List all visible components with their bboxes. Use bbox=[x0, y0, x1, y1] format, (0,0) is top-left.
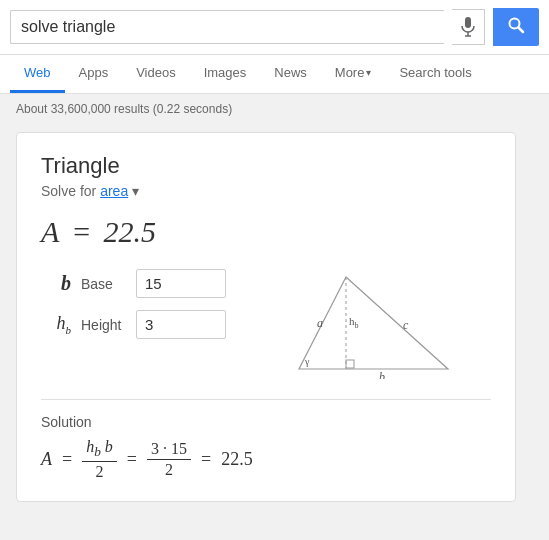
height-symbol: hb bbox=[41, 313, 71, 336]
sol-fraction1: hb b 2 bbox=[82, 438, 117, 481]
inputs-section: b Base hb Height bbox=[41, 269, 491, 379]
sol-var-a: A bbox=[41, 449, 52, 470]
svg-rect-7 bbox=[346, 360, 354, 368]
triangle-svg: a hb c b γ bbox=[291, 269, 456, 379]
tab-web[interactable]: Web bbox=[10, 55, 65, 93]
base-label: Base bbox=[81, 276, 126, 292]
solution-formula: A = hb b 2 = 3 · 15 2 = 22.5 bbox=[41, 438, 491, 481]
sol-hb: hb b bbox=[86, 438, 113, 455]
result-equation: A = 22.5 bbox=[41, 215, 491, 249]
result-value: 22.5 bbox=[104, 215, 157, 249]
solution-title: Solution bbox=[41, 414, 491, 430]
chevron-down-icon: ▾ bbox=[366, 67, 371, 78]
tab-search-tools[interactable]: Search tools bbox=[385, 55, 485, 93]
tab-more[interactable]: More ▾ bbox=[321, 55, 386, 93]
sol-eq2: = bbox=[127, 449, 137, 470]
sol-result: 22.5 bbox=[221, 449, 253, 470]
svg-text:b: b bbox=[379, 370, 385, 379]
height-field-row: hb Height bbox=[41, 310, 226, 339]
result-var: A bbox=[41, 215, 59, 249]
base-input[interactable] bbox=[136, 269, 226, 298]
solution-section: Solution A = hb b 2 = 3 · 15 2 = 22.5 bbox=[41, 399, 491, 481]
nav-tabs: Web Apps Videos Images News More ▾ Searc… bbox=[0, 55, 549, 94]
base-symbol: b bbox=[41, 272, 71, 295]
height-input[interactable] bbox=[136, 310, 226, 339]
sol-eq3: = bbox=[201, 449, 211, 470]
results-info: About 33,600,000 results (0.22 seconds) bbox=[0, 94, 549, 124]
tab-news[interactable]: News bbox=[260, 55, 321, 93]
svg-text:c: c bbox=[403, 318, 409, 332]
svg-text:hb: hb bbox=[349, 315, 359, 330]
main-content: Triangle Solve for area ▾ A = 22.5 b Bas… bbox=[0, 124, 549, 510]
sol-eq1: = bbox=[62, 449, 72, 470]
search-input[interactable] bbox=[10, 10, 444, 44]
fields-col: b Base hb Height bbox=[41, 269, 226, 339]
dropdown-arrow-icon[interactable]: ▾ bbox=[132, 183, 139, 199]
tab-apps[interactable]: Apps bbox=[65, 55, 123, 93]
mic-icon bbox=[460, 17, 476, 37]
mic-button[interactable] bbox=[452, 9, 485, 45]
height-label: Height bbox=[81, 317, 126, 333]
svg-line-4 bbox=[519, 28, 524, 33]
result-equals: = bbox=[71, 215, 91, 249]
search-icon bbox=[507, 16, 525, 34]
area-link[interactable]: area bbox=[100, 183, 128, 199]
base-field-row: b Base bbox=[41, 269, 226, 298]
search-bar bbox=[0, 0, 549, 55]
card-title: Triangle bbox=[41, 153, 491, 179]
tab-videos[interactable]: Videos bbox=[122, 55, 190, 93]
tab-images[interactable]: Images bbox=[190, 55, 261, 93]
svg-text:γ: γ bbox=[304, 356, 310, 367]
solve-for: Solve for area ▾ bbox=[41, 183, 491, 199]
svg-text:a: a bbox=[317, 316, 323, 330]
triangle-card: Triangle Solve for area ▾ A = 22.5 b Bas… bbox=[16, 132, 516, 502]
triangle-diagram: a hb c b γ bbox=[256, 269, 491, 379]
search-button[interactable] bbox=[493, 8, 539, 46]
svg-rect-0 bbox=[465, 17, 471, 28]
sol-fraction2: 3 · 15 2 bbox=[147, 440, 191, 479]
